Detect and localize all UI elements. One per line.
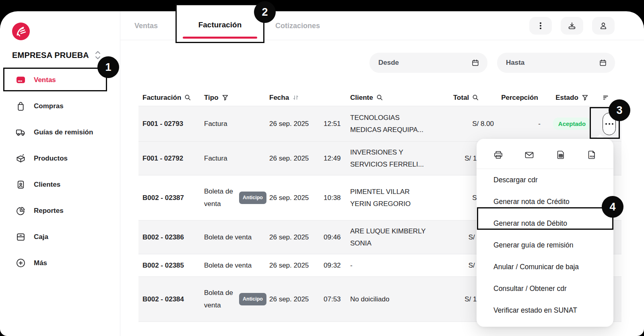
status-badge: Aceptado: [553, 117, 591, 130]
doc-date: 26 sep. 2025: [266, 221, 324, 254]
sidebar-item-clientes[interactable]: Clientes: [0, 171, 120, 198]
client-name: ARE LUQUE KIMBERLY SONIA: [347, 221, 448, 254]
client-name: TECNOLOGIAS MEDICAS AREQUIPA...: [347, 106, 448, 141]
search-icon[interactable]: [184, 94, 191, 101]
open-box-icon: [15, 153, 26, 164]
column-header-facturacion[interactable]: Facturación: [138, 94, 201, 102]
row-context-menu: PDF Descargar cdr Generar nota de Crédit…: [477, 139, 613, 327]
doc-id: F001 - 02793: [138, 106, 201, 141]
menu-item-descargar-cdr[interactable]: Descargar cdr: [477, 169, 613, 191]
cash-drawer-icon: [15, 231, 26, 242]
tab-ventas[interactable]: Ventas: [134, 11, 158, 40]
search-icon[interactable]: [472, 94, 479, 101]
calendar-icon: [599, 59, 607, 67]
menu-item-generar-nota-debito[interactable]: Generar nota de Débito: [477, 212, 613, 234]
sidebar-item-label: Guías de remisión: [34, 128, 93, 136]
sidebar-item-mas[interactable]: Más: [0, 250, 120, 276]
company-name: EMPRESA PRUEBA: [12, 51, 89, 60]
menu-item-consultar-obtener-cdr[interactable]: Consultar / Obtener cdr: [477, 278, 613, 299]
doc-id: F001 - 02792: [138, 142, 201, 175]
annotation-step-2-box: Facturación: [175, 4, 264, 43]
brand-logo-icon: [12, 23, 30, 40]
search-icon[interactable]: [376, 94, 383, 101]
sidebar-item-reportes[interactable]: Reportes: [0, 198, 120, 224]
column-header-cliente[interactable]: Cliente: [347, 94, 448, 102]
doc-id: B002 - 02385: [138, 254, 201, 276]
sidebar-item-ventas[interactable]: Ventas: [0, 67, 120, 93]
column-header-fecha[interactable]: Fecha: [266, 94, 324, 102]
date-from-input[interactable]: Desde: [369, 53, 487, 73]
date-to-input[interactable]: Hasta: [497, 53, 615, 73]
printer-icon[interactable]: [492, 148, 505, 161]
company-selector-chevrons-icon[interactable]: [95, 50, 101, 60]
sort-arrows-icon[interactable]: [292, 94, 299, 101]
sales-card-icon: [15, 74, 26, 85]
column-header-percepcion[interactable]: Percepción: [495, 94, 544, 102]
email-icon[interactable]: [523, 148, 536, 161]
sidebar-item-compras[interactable]: Compras: [0, 93, 120, 119]
filter-funnel-icon[interactable]: [582, 94, 588, 101]
doc-time: 12:51: [324, 106, 347, 141]
doc-percepcion: -: [495, 106, 544, 141]
date-filters: Desde Hasta: [369, 53, 615, 73]
client-name: -: [347, 254, 448, 276]
doc-time: 12:49: [324, 142, 347, 175]
doc-type: Factura: [204, 155, 227, 163]
kebab-menu-button[interactable]: [529, 17, 552, 35]
anticipo-badge: Anticipo: [239, 192, 266, 204]
doc-id: B002 - 02386: [138, 221, 201, 254]
sidebar-item-label: Más: [34, 259, 47, 267]
client-name: PIMENTEL VILLAR YERIN GREGORIO: [347, 175, 448, 220]
doc-time: 09:32: [324, 254, 347, 276]
company-selector[interactable]: EMPRESA PRUEBA: [12, 50, 120, 60]
tab-cotizaciones[interactable]: Cotizaciones: [275, 11, 320, 40]
active-tab-underline: [183, 37, 257, 39]
sidebar-nav: Ventas Compras Guías de remisión Product…: [0, 67, 120, 276]
calendar-icon: [471, 59, 479, 67]
doc-type: Boleta de venta: [204, 186, 235, 210]
header-actions: [529, 17, 615, 35]
sort-lines-icon[interactable]: [603, 94, 609, 101]
table-row[interactable]: F001 - 02793 Factura 26 sep. 2025 12:51 …: [138, 106, 621, 142]
kebab-menu-icon: [536, 21, 545, 30]
date-to-label: Hasta: [506, 59, 524, 67]
doc-time: 10:38: [324, 175, 347, 220]
sidebar-item-caja[interactable]: Caja: [0, 224, 120, 250]
column-header-estado[interactable]: Estado: [544, 94, 600, 102]
doc-date: 26 sep. 2025: [266, 142, 324, 175]
column-header-actions[interactable]: [600, 94, 621, 101]
doc-time: 09:46: [324, 221, 347, 254]
row-actions-button[interactable]: [603, 113, 616, 135]
download-button[interactable]: [561, 17, 583, 35]
app-window: EMPRESA PRUEBA Ventas Compras: [0, 11, 644, 336]
doc-id: B002 - 02384: [138, 277, 201, 322]
sidebar-item-label: Productos: [34, 155, 68, 163]
client-name: INVERSIONES Y SERVICIOS FERRELI...: [347, 142, 448, 175]
doc-date: 26 sep. 2025: [266, 106, 324, 141]
user-button[interactable]: [592, 17, 615, 35]
filter-funnel-icon[interactable]: [222, 94, 229, 101]
pie-chart-icon: [15, 205, 26, 216]
menu-item-verificar-estado-sunat[interactable]: Verificar estado en SUNAT: [477, 299, 613, 321]
sidebar-item-guias-de-remision[interactable]: Guías de remisión: [0, 119, 120, 145]
download-icon: [568, 21, 576, 30]
doc-type: Boleta de venta: [204, 233, 252, 241]
menu-item-anular-comunicar-baja[interactable]: Anular / Comunicar de baja: [477, 256, 613, 278]
column-header-tipo[interactable]: Tipo: [201, 94, 266, 102]
doc-type: Boleta de venta: [204, 287, 235, 311]
svg-text:PDF: PDF: [590, 155, 595, 158]
table-header: Facturación Tipo Fecha Cliente: [138, 89, 621, 106]
sidebar-item-productos[interactable]: Productos: [0, 145, 120, 171]
truck-icon: [15, 127, 26, 138]
doc-date: 26 sep. 2025: [266, 175, 324, 220]
sidebar-item-label: Ventas: [34, 76, 56, 84]
doc-total: S/ 8.00: [448, 106, 495, 141]
pdf-icon[interactable]: PDF: [585, 148, 598, 161]
context-menu-icon-row: PDF: [477, 139, 613, 169]
sidebar: EMPRESA PRUEBA Ventas Compras: [0, 11, 120, 336]
menu-item-generar-nota-credito[interactable]: Generar nota de Crédito: [477, 191, 613, 212]
doc-type: Boleta de venta: [204, 262, 252, 270]
menu-item-generar-guia-remision[interactable]: Generar guía de remisión: [477, 234, 613, 256]
spreadsheet-icon[interactable]: [554, 148, 567, 161]
column-header-total[interactable]: Total: [448, 94, 495, 102]
